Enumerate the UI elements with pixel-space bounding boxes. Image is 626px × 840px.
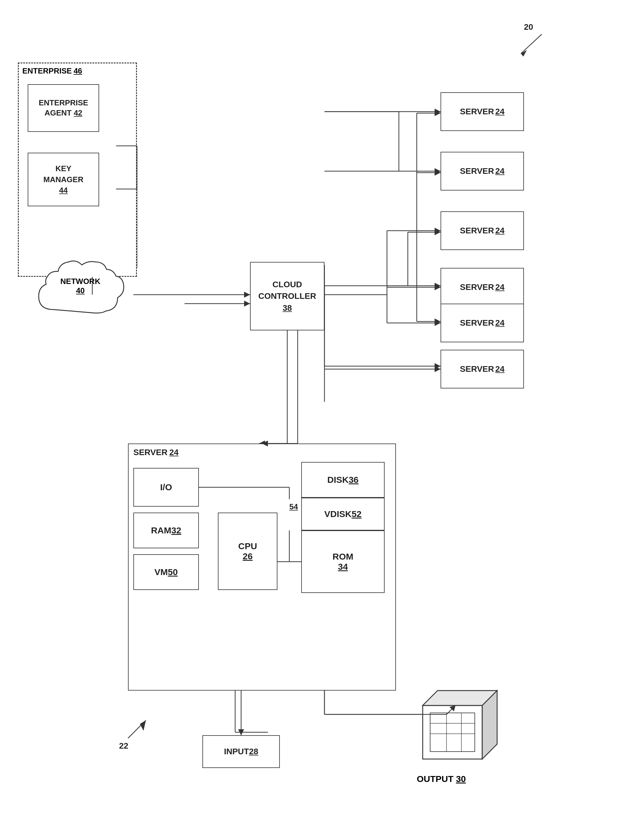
vdisk-num: 52 [352,509,362,519]
server-3-num: 24 [495,226,504,235]
server-main-outer-box: SERVER 24 I/O RAM 32 VM 50 CPU 26 DISK [128,444,396,691]
cpu-box: CPU 26 [218,513,277,590]
server-4-label: SERVER [460,283,494,292]
rom-num: 34 [338,562,348,571]
svg-marker-77 [435,366,441,372]
svg-marker-21 [435,229,441,235]
svg-marker-6 [244,300,250,307]
vdisk-label: VDISK [324,509,352,519]
disk-box: DISK 36 [301,462,385,498]
output-label: OUTPUT 30 [417,774,466,784]
key-manager-box: KEY MANAGER 44 [28,153,99,206]
svg-marker-30 [435,363,441,369]
svg-marker-69 [435,228,441,234]
svg-marker-17 [435,170,441,176]
server-1-num: 24 [495,107,504,116]
rom-box: ROM 34 [301,530,385,593]
ram-label: RAM [151,526,171,535]
server-5-num: 24 [495,318,504,328]
enterprise-outer-box: ENTERPRISE 46 ENTERPRISE AGENT 42 KEY MA… [18,63,137,277]
output-device [414,682,500,768]
diagram: 20 22 ENTERPRISE 46 ENTERPRISE AGENT 42 … [0,0,626,840]
network-cloud: NETWORK 40 [30,250,131,327]
disk-num: 36 [349,475,358,485]
server-4-num: 24 [495,283,504,292]
cpu-label: CPU [238,541,257,551]
server-3-label: SERVER [460,226,494,235]
server-6-box: SERVER 24 [441,350,524,388]
svg-marker-71 [435,284,441,290]
svg-marker-24 [435,283,441,289]
ref-22-label: 22 [119,741,128,751]
enterprise-label: ENTERPRISE [22,66,72,76]
input-box: INPUT 28 [202,735,280,768]
ram-num: 32 [171,526,181,535]
server-2-num: 24 [495,166,504,176]
vm-label: VM [155,567,168,577]
svg-marker-27 [435,319,441,324]
key-manager-num: 44 [59,186,68,195]
svg-marker-82 [238,729,244,735]
ram-box: RAM 32 [133,513,199,548]
svg-marker-1 [521,50,527,56]
vdisk-box: VDISK 52 [301,498,385,530]
key-manager-label: KEY [44,163,83,174]
server-6-num: 24 [495,364,504,374]
enterprise-agent-box: ENTERPRISE AGENT 42 [28,84,99,132]
server-4-box: SERVER 24 [441,268,524,307]
network-label: NETWORK [60,277,100,286]
enterprise-num: 46 [74,66,82,76]
svg-marker-65 [435,168,441,174]
server-5-box: SERVER 24 [441,303,524,342]
server-3-box: SERVER 24 [441,211,524,250]
server-main-num: 24 [169,448,178,457]
io-box: I/O [133,468,199,507]
server-2-label: SERVER [460,166,494,176]
input-label: INPUT [224,747,249,756]
rom-label: ROM [332,552,353,562]
svg-marker-73 [435,320,441,326]
svg-line-0 [521,34,542,53]
server-2-box: SERVER 24 [441,152,524,191]
server-main-label: SERVER [133,448,167,457]
ref-20-label: 20 [524,22,533,32]
svg-marker-15 [435,110,441,116]
network-num: 40 [76,286,85,295]
server-6-label: SERVER [460,364,494,374]
vm-box: VM 50 [133,554,199,590]
server-1-box: SERVER 24 [441,92,524,131]
cpu-num: 26 [243,551,252,561]
enterprise-agent-num: 42 [74,108,83,117]
num54-label: 54 [290,502,298,512]
input-num: 28 [249,747,258,756]
cloud-controller-box: CLOUD CONTROLLER 38 [250,262,324,330]
svg-rect-47 [423,705,482,759]
cloud-controller-label: CLOUD [258,278,316,290]
svg-line-2 [128,720,146,738]
enterprise-agent-label: ENTERPRISE [39,98,88,108]
disk-label: DISK [327,475,349,485]
server-1-label: SERVER [460,107,494,116]
server-5-label: SERVER [460,318,494,328]
svg-marker-60 [244,292,250,298]
cloud-controller-num: 38 [282,303,292,313]
svg-marker-3 [140,720,146,731]
io-label: I/O [160,482,172,492]
svg-marker-63 [435,109,441,114]
vm-num: 50 [168,567,178,577]
